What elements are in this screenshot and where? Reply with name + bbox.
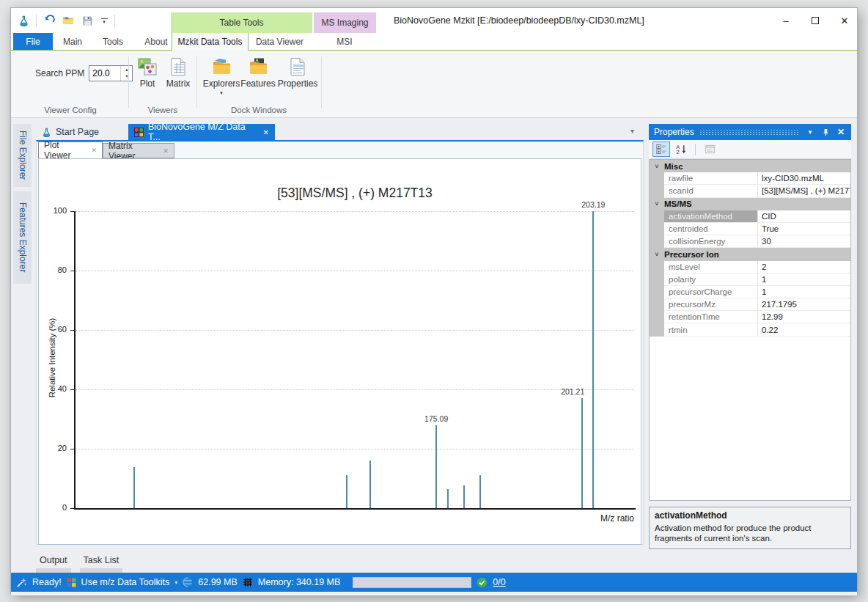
y-tick-label: 60 <box>48 325 67 334</box>
bottom-tab-task-list[interactable]: Task List <box>81 554 122 573</box>
svg-text:A: A <box>676 144 680 150</box>
properties-button-label: Properties <box>278 78 318 89</box>
bottom-tab-output[interactable]: Output <box>37 554 70 573</box>
spectrum-peak <box>581 398 583 508</box>
property-row[interactable]: retentionTime12.99 <box>650 311 850 323</box>
tab-data-viewer[interactable]: Data Viewer <box>249 33 311 50</box>
property-row[interactable]: centroidedTrue <box>650 223 850 235</box>
row-margin <box>650 298 664 311</box>
property-value[interactable]: CID <box>758 210 850 223</box>
tab-tools[interactable]: Tools <box>92 33 133 50</box>
group-separator <box>196 56 197 108</box>
doc-tab-close-icon[interactable]: ✕ <box>263 128 269 136</box>
group-separator <box>321 56 322 108</box>
property-row[interactable]: activationMethodCID <box>650 210 850 223</box>
property-value[interactable]: lxy-CID30.mzML <box>758 172 850 185</box>
row-margin <box>650 223 664 235</box>
property-row[interactable]: rtmin0.22 <box>650 323 850 336</box>
sidebar-tab-file-explorer[interactable]: File Explorer <box>13 124 32 187</box>
caret-down-icon[interactable]: ▾ <box>174 579 177 586</box>
property-value[interactable]: 30 <box>758 235 850 248</box>
matrix-button[interactable]: Matrix <box>161 56 195 89</box>
search-ppm-spinner[interactable]: ▲ ▼ <box>120 66 132 81</box>
property-value[interactable]: 2 <box>758 261 850 274</box>
property-row[interactable]: scanId[53][MS/MS] , (+) M217T <box>650 185 850 197</box>
tab-msi[interactable]: MSI <box>313 33 376 50</box>
property-value[interactable]: [53][MS/MS] , (+) M217T <box>758 185 850 197</box>
search-ppm-label: Search PPM <box>35 68 84 78</box>
property-category-row[interactable]: ˅MS/MS <box>650 198 850 210</box>
property-grid: ˅Miscrawfilelxy-CID30.mzMLscanId[53][MS/… <box>649 159 851 501</box>
properties-button[interactable]: Properties <box>276 56 320 89</box>
doc-tab-start-page[interactable]: Start Page <box>36 124 127 140</box>
property-category-row[interactable]: ˅Precursor Ion <box>650 248 850 260</box>
row-margin <box>650 261 664 274</box>
search-ppm-input[interactable] <box>89 66 120 81</box>
property-row[interactable]: rawfilelxy-CID30.mzML <box>650 172 850 185</box>
property-value[interactable]: True <box>758 223 850 235</box>
property-name: rtmin <box>664 323 758 336</box>
doc-tab-mz-data-viewer[interactable]: BioNovoGene M/Z Data T... ✕ <box>128 124 275 140</box>
window-bottom-strip <box>11 592 857 595</box>
status-task-counter-link[interactable]: 0/0 <box>493 577 505 587</box>
features-button-label: Features <box>240 78 275 89</box>
property-pages-button[interactable] <box>701 142 718 157</box>
undo-icon[interactable] <box>43 13 56 28</box>
row-margin <box>650 185 664 197</box>
sidebar-tab-features-explorer[interactable]: Features Explorer <box>13 191 32 284</box>
status-toolkits-text[interactable]: Use m/z Data Toolkits <box>81 577 170 587</box>
pin-icon[interactable] <box>820 126 831 138</box>
row-margin <box>650 311 664 323</box>
open-folder-icon[interactable] <box>62 13 75 28</box>
panel-menu-caret-icon[interactable]: ▾ <box>805 126 815 138</box>
tab-list-caret-icon[interactable]: ▾ <box>630 127 634 135</box>
customize-toolbar-caret-icon[interactable]: ▾ <box>100 18 108 23</box>
property-value[interactable]: 12.99 <box>758 311 850 323</box>
close-button[interactable]: ✕ <box>838 15 851 26</box>
spectrum-peak <box>133 467 135 508</box>
property-row[interactable]: precursorMz217.1795 <box>650 298 850 311</box>
status-progress-bar <box>353 577 471 588</box>
search-ppm-row: Search PPM ▲ ▼ <box>35 65 133 81</box>
y-gridline <box>76 271 634 271</box>
viewer-tab-close-icon[interactable]: ✕ <box>91 147 97 154</box>
save-icon[interactable] <box>81 13 94 28</box>
property-name: rawfile <box>664 172 758 185</box>
property-row[interactable]: polarity1 <box>650 274 850 286</box>
viewer-tab-matrix[interactable]: Matrix Viewer ✕ <box>103 143 174 158</box>
minimize-button[interactable]: – <box>779 15 792 26</box>
property-value[interactable]: 1 <box>758 286 850 298</box>
property-value[interactable]: 1 <box>758 274 850 286</box>
viewer-tab-plot[interactable]: Plot Viewer ✕ <box>38 142 103 158</box>
plot-button[interactable]: Plot <box>133 56 161 89</box>
property-name: retentionTime <box>664 311 758 323</box>
maximize-button[interactable] <box>812 14 819 27</box>
window-controls: – ✕ <box>779 8 851 33</box>
tab-mzkit-data-tools[interactable]: Mzkit Data Tools <box>172 33 249 51</box>
chevron-down-icon: ˅ <box>650 251 664 258</box>
chevron-down-icon: ˅ <box>650 200 664 208</box>
categorized-view-button[interactable] <box>652 142 670 157</box>
sort-alphabetical-button[interactable]: AZ <box>672 142 690 157</box>
property-row[interactable]: collisionEnergy30 <box>650 235 850 248</box>
wizard-icon <box>16 577 27 588</box>
viewer-tab-close-icon[interactable]: ✕ <box>163 147 169 155</box>
properties-panel-header: Properties ▾ ✕ <box>649 124 851 140</box>
property-category-row[interactable]: ˅Misc <box>650 160 850 172</box>
property-row[interactable]: precursorCharge1 <box>650 286 850 298</box>
tab-file[interactable]: File <box>13 33 53 51</box>
explorers-button[interactable]: Explorers ▾ <box>201 56 242 95</box>
property-value[interactable]: 0.22 <box>758 323 850 336</box>
property-value[interactable]: 217.1795 <box>758 298 850 311</box>
spectrum-peak <box>346 475 347 508</box>
ribbon-tab-row: File Main Tools About Mzkit Data Tools D… <box>11 33 857 51</box>
panel-close-icon[interactable]: ✕ <box>836 126 846 138</box>
plot-image-icon <box>138 56 157 76</box>
property-row[interactable]: msLevel2 <box>650 261 850 274</box>
y-tick-label: 80 <box>48 265 67 274</box>
features-button[interactable]: Features <box>240 56 276 89</box>
doc-tab-start-page-label: Start Page <box>56 127 99 137</box>
properties-panel-title: Properties <box>654 127 694 137</box>
explorers-button-label: Explorers <box>203 78 240 89</box>
tab-main[interactable]: Main <box>53 33 92 50</box>
